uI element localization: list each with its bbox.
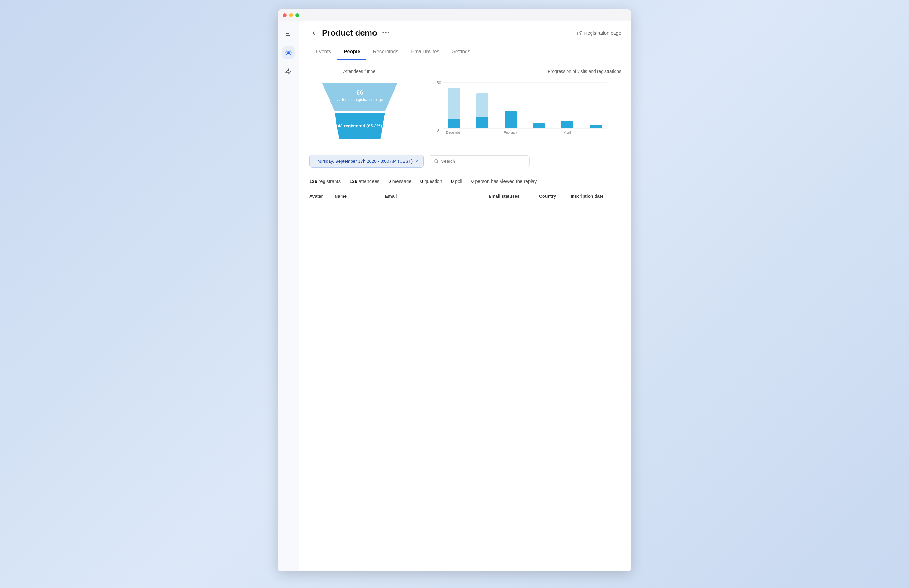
stat-question-value: 0	[421, 179, 423, 184]
chart-area: Progression of visits and registrations …	[423, 69, 621, 142]
stat-replay-value: 0	[471, 179, 474, 184]
bar-chart-svg: 50 0 December	[423, 79, 621, 136]
col-header-email: Email	[385, 194, 488, 199]
tab-people[interactable]: People	[337, 44, 366, 60]
maximize-dot[interactable]	[296, 13, 299, 17]
svg-rect-18	[476, 117, 488, 128]
minimize-dot[interactable]	[289, 13, 293, 17]
tab-email-invites[interactable]: Email invites	[404, 44, 446, 60]
filter-tag-label: Thursday, September 17h 2020 - 8:00 AM (…	[315, 159, 412, 164]
search-icon	[434, 159, 439, 164]
page-header: Product demo ••• Registration page	[299, 21, 631, 44]
sidebar-icon-menu[interactable]	[282, 27, 295, 40]
app-layout: Product demo ••• Registration page Event…	[278, 21, 631, 571]
stat-question: 0 question	[421, 179, 442, 184]
chart-title: Progression of visits and registrations	[423, 69, 621, 74]
stats-row: 126 registrants 126 attendees 0 message …	[299, 173, 631, 189]
registration-page-link[interactable]: Registration page	[577, 30, 621, 36]
funnel-container: 66 visited the registration page 43 regi…	[309, 79, 410, 142]
svg-text:April: April	[564, 131, 571, 134]
back-button[interactable]	[309, 29, 318, 37]
sidebar	[278, 21, 299, 571]
col-header-country: Country	[539, 194, 571, 199]
titlebar	[278, 10, 631, 21]
svg-line-30	[437, 162, 438, 163]
svg-rect-28	[590, 124, 602, 128]
main-content: Product demo ••• Registration page Event…	[299, 21, 631, 571]
registration-page-label: Registration page	[584, 30, 621, 36]
page-header-left: Product demo •••	[309, 28, 390, 38]
stat-registrants-label: registrants	[319, 179, 341, 184]
filter-row: Thursday, September 17h 2020 - 8:00 AM (…	[299, 149, 631, 173]
charts-section: Attendees funnel 66 visited the registra…	[299, 60, 631, 149]
stat-message-label: message	[392, 179, 412, 184]
stat-registrants-value: 126	[309, 179, 317, 184]
svg-rect-25	[561, 121, 574, 128]
col-header-name: Name	[335, 194, 385, 199]
svg-text:0: 0	[437, 128, 439, 132]
filter-close-button[interactable]: ×	[415, 158, 418, 164]
more-button[interactable]: •••	[382, 30, 390, 36]
funnel-title: Attendees funnel	[309, 69, 410, 74]
stat-replay: 0 person has viewed the replay	[471, 179, 537, 184]
funnel-svg: 66 visited the registration page 43 regi…	[319, 79, 401, 142]
stat-replay-label: person has viewed the replay	[475, 179, 537, 184]
stat-message-value: 0	[388, 179, 391, 184]
stat-question-label: question	[424, 179, 442, 184]
svg-text:43 registered (65.2%): 43 registered (65.2%)	[338, 123, 382, 128]
col-header-email-status: Email statuses	[488, 194, 539, 199]
close-dot[interactable]	[283, 13, 286, 17]
svg-text:December: December	[446, 131, 462, 134]
tab-events[interactable]: Events	[309, 44, 337, 60]
svg-point-29	[434, 159, 437, 162]
app-window: Product demo ••• Registration page Event…	[278, 10, 631, 571]
stat-registrants: 126 registrants	[309, 179, 341, 184]
svg-text:50: 50	[437, 81, 441, 85]
external-link-icon	[577, 31, 582, 36]
stat-attendees-label: attendees	[359, 179, 379, 184]
stat-poll-value: 0	[451, 179, 454, 184]
stat-attendees: 126 attendees	[349, 179, 379, 184]
funnel-area: Attendees funnel 66 visited the registra…	[309, 69, 410, 142]
tab-recordings[interactable]: Recordings	[366, 44, 404, 60]
col-header-avatar: Avatar	[309, 194, 335, 199]
svg-point-3	[288, 52, 290, 53]
tabs: Events People Recordings Email invites S…	[299, 44, 631, 60]
svg-marker-5	[322, 82, 398, 111]
svg-text:visited the registration page: visited the registration page	[337, 97, 383, 102]
search-box	[429, 155, 530, 167]
tab-settings[interactable]: Settings	[446, 44, 477, 60]
stat-message: 0 message	[388, 179, 411, 184]
page-title: Product demo	[322, 28, 377, 38]
svg-rect-20	[505, 111, 517, 128]
svg-line-4	[579, 31, 581, 34]
filter-tag[interactable]: Thursday, September 17h 2020 - 8:00 AM (…	[309, 155, 424, 168]
stat-poll: 0 poll	[451, 179, 463, 184]
col-header-date: Inscription date	[571, 194, 621, 199]
stat-poll-label: poll	[455, 179, 462, 184]
svg-rect-23	[533, 123, 545, 128]
table-header: Avatar Name Email Email statuses Country…	[299, 189, 631, 204]
search-input[interactable]	[441, 159, 524, 164]
bar-chart-wrapper: 50 0 December	[423, 79, 621, 142]
svg-text:February: February	[504, 131, 518, 134]
sidebar-icon-broadcast[interactable]	[282, 46, 295, 59]
svg-rect-15	[448, 119, 460, 128]
svg-text:66: 66	[356, 89, 363, 96]
sidebar-icon-lightning[interactable]	[282, 65, 295, 78]
stat-attendees-value: 126	[349, 179, 357, 184]
